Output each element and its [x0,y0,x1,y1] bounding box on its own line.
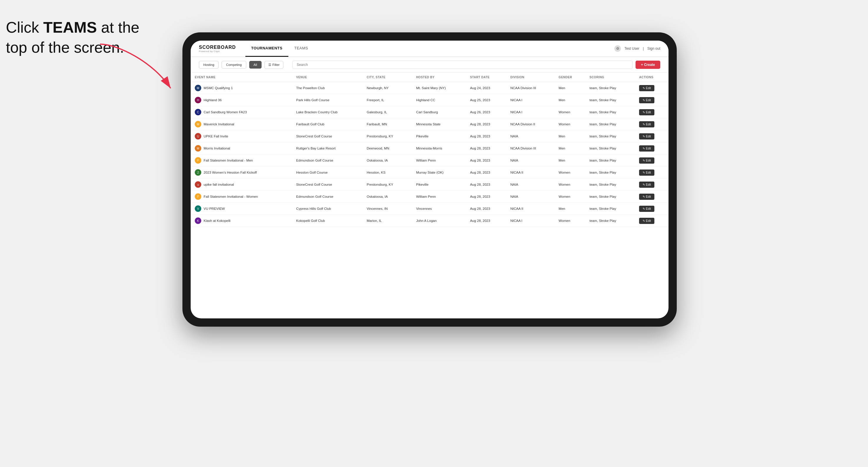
scoring-cell: team, Stroke Play [585,106,635,118]
col-hosted-by: HOSTED BY [412,73,466,82]
table-row: C Carl Sandburg Women FA23 Lake Bracken … [191,106,669,118]
tablet-frame: SCOREBOARD Powered by Clipit TOURNAMENTS… [182,32,677,326]
toolbar: Hosting Competing All ☰ Filter + Create [191,57,669,73]
competing-filter-btn[interactable]: Competing [222,61,246,68]
hosted-by-cell: William Penn [412,191,466,203]
edit-button[interactable]: ✎ Edit [639,85,654,91]
gender-cell: Men [555,130,586,143]
team-logo: F [195,193,201,200]
hosted-by-cell: John A Logan [412,215,466,227]
edit-button[interactable]: ✎ Edit [639,206,654,212]
event-name: Klash at Kokopelli [204,219,230,222]
venue-cell: Edmundson Golf Course [292,191,363,203]
logo-sub: Powered by Clipit [199,50,236,53]
edit-button[interactable]: ✎ Edit [639,157,654,164]
edit-button[interactable]: ✎ Edit [639,218,654,224]
event-name-cell: M MSMC Qualifying 1 [191,82,292,94]
hosted-by-cell: Pikeville [412,179,466,191]
col-actions: ACTIONS [635,73,669,82]
city-cell: Oskaloosa, IA [363,191,412,203]
city-cell: Galesburg, IL [363,106,412,118]
date-cell: Aug 28, 2023 [466,191,506,203]
scoring-cell: team, Stroke Play [585,82,635,94]
division-cell: NCAA Division III [506,143,554,155]
city-cell: Newburgh, NY [363,82,412,94]
city-cell: Oskaloosa, IA [363,155,412,166]
venue-cell: Kokopelli Golf Club [292,215,363,227]
edit-button[interactable]: ✎ Edit [639,182,654,188]
scoring-cell: team, Stroke Play [585,203,635,215]
hosting-filter-btn[interactable]: Hosting [199,61,219,68]
edit-button[interactable]: ✎ Edit [639,194,654,200]
team-logo: H [195,97,201,103]
edit-button[interactable]: ✎ Edit [639,109,654,115]
table-row: F Fall Statesmen Invitational - Men Edmu… [191,155,669,166]
col-division: DIVISION [506,73,554,82]
event-name: upike fall invitational [204,183,234,186]
date-cell: Aug 28, 2023 [466,215,506,227]
instruction-text: Click TEAMS at thetop of the screen. [6,18,140,57]
actions-cell: ✎ Edit [635,82,669,94]
team-logo: M [195,85,201,91]
actions-cell: ✎ Edit [635,94,669,106]
city-cell: Vincennes, IN [363,203,412,215]
event-name-cell: H Highland 36 [191,94,292,106]
actions-cell: ✎ Edit [635,179,669,191]
hosted-by-cell: Murray State (OK) [412,166,466,179]
hosted-by-cell: Minnesota State [412,118,466,130]
all-filter-btn[interactable]: All [249,61,261,68]
edit-button[interactable]: ✎ Edit [639,145,654,152]
logo-area: SCOREBOARD Powered by Clipit [199,45,236,53]
hosted-by-cell: Carl Sandburg [412,106,466,118]
team-logo: K [195,217,201,224]
team-logo: F [195,157,201,164]
venue-cell: Park Hills Golf Course [292,94,363,106]
tab-tournaments[interactable]: TOURNAMENTS [245,41,288,57]
hosted-by-cell: William Penn [412,155,466,166]
filter-icon-btn[interactable]: ☰ Filter [265,61,283,69]
team-logo: u [195,181,201,188]
date-cell: Aug 28, 2023 [466,143,506,155]
actions-cell: ✎ Edit [635,155,669,166]
event-name: Maverick Invitational [204,122,234,126]
gear-icon[interactable]: ⚙ [614,45,621,52]
scoring-cell: team, Stroke Play [585,118,635,130]
event-name: Morris Invitational [204,147,230,150]
team-logo: U [195,133,201,139]
actions-cell: ✎ Edit [635,191,669,203]
edit-button[interactable]: ✎ Edit [639,133,654,139]
date-cell: Aug 25, 2023 [466,94,506,106]
gender-cell: Men [555,82,586,94]
actions-cell: ✎ Edit [635,143,669,155]
division-cell: NICAA I [506,94,554,106]
gender-cell: Men [555,94,586,106]
scoring-cell: team, Stroke Play [585,166,635,179]
event-name-cell: K Klash at Kokopelli [191,215,292,227]
create-button[interactable]: + Create [636,61,660,69]
event-name: Highland 36 [204,98,222,102]
user-name: Test User [624,46,640,51]
city-cell: Hesston, KS [363,166,412,179]
edit-button[interactable]: ✎ Edit [639,121,654,127]
venue-cell: The Powelton Club [292,82,363,94]
team-logo: 2 [195,169,201,176]
header-right: ⚙ Test User | Sign out [614,45,660,52]
sign-out-link[interactable]: Sign out [647,46,660,51]
event-name: Fall Statesmen Invitational - Women [204,195,258,198]
event-name-cell: F Fall Statesmen Invitational - Women [191,191,292,203]
edit-button[interactable]: ✎ Edit [639,97,654,103]
scoring-cell: team, Stroke Play [585,179,635,191]
search-input[interactable] [292,61,632,69]
scoring-cell: team, Stroke Play [585,94,635,106]
scoring-cell: team, Stroke Play [585,130,635,143]
date-cell: Aug 28, 2023 [466,130,506,143]
hosted-by-cell: Highland CC [412,94,466,106]
venue-cell: Hesston Golf Course [292,166,363,179]
date-cell: Aug 24, 2023 [466,82,506,94]
team-logo: M [195,145,201,152]
table-row: F Fall Statesmen Invitational - Women Ed… [191,191,669,203]
tab-teams[interactable]: TEAMS [288,41,314,57]
event-name-cell: F Fall Statesmen Invitational - Men [191,155,292,166]
edit-button[interactable]: ✎ Edit [639,169,654,176]
city-cell: Deerwood, MN [363,143,412,155]
